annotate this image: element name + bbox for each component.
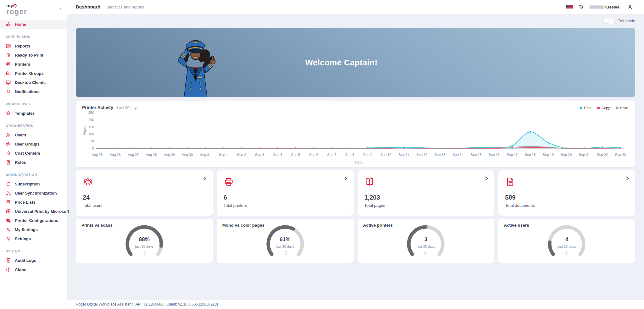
chart-title: Printer Activity [82, 105, 113, 110]
stat-value: 589 [505, 194, 628, 201]
svg-text:Sep 6: Sep 6 [309, 153, 318, 157]
myq-roger-logo[interactable]: myQ roger [6, 3, 27, 15]
sidebar-item-user-groups[interactable]: User Groups [0, 140, 67, 149]
topbar-left: Dashboard Statistics and reports. [76, 4, 146, 10]
username[interactable]: \Bessie [590, 5, 619, 9]
svg-text:Sep 2: Sep 2 [237, 153, 246, 157]
sidebar-item-printer-groups[interactable]: Printer Groups [0, 69, 67, 78]
sidebar-section-title: ADMINISTRATION [0, 167, 67, 179]
chart-legend: Print Copy Scan [580, 106, 628, 110]
gauge-card-active-printers: Active printers 3 last 30 days [358, 219, 495, 263]
stat-value: 1,203 [364, 194, 488, 201]
stat-card-total-users[interactable]: 24 Total users [76, 170, 213, 216]
svg-text:150: 150 [88, 125, 94, 129]
bell-icon[interactable] [578, 4, 584, 10]
users-group-icon [83, 177, 93, 187]
refresh-icon[interactable] [122, 251, 166, 256]
print-series-dot [580, 107, 582, 109]
stat-card-total-documents[interactable]: 589 Total documents [498, 170, 635, 216]
page-subtitle: Statistics and reports. [106, 5, 146, 9]
refresh-icon [6, 181, 11, 187]
svg-text:Pages: Pages [83, 125, 86, 135]
chevron-right-icon[interactable] [484, 176, 489, 181]
chevron-left-icon[interactable]: ‹ [60, 6, 62, 11]
us-flag-icon[interactable] [566, 5, 573, 9]
svg-text:Sep 17: Sep 17 [507, 153, 518, 157]
svg-text:250: 250 [88, 111, 94, 114]
sidebar-item-settings[interactable]: Settings [0, 234, 67, 243]
gauge: 61% last 30 days [263, 225, 307, 257]
sidebar-item-cost-centers[interactable]: Cost Centers [0, 149, 67, 158]
printer-activity-chart: Pages050100150200250Aug 25Aug 26Aug 27Au… [82, 108, 629, 168]
user-menu-button[interactable] [625, 2, 635, 12]
gauge-value: 61% [263, 236, 307, 243]
sidebar-item-label: Printers [15, 62, 30, 67]
sidebar-item-price-lists[interactable]: Price Lists [0, 198, 67, 207]
printer-activity-card: Printer Activity Last 30 days Print Copy… [76, 101, 635, 167]
page-title: Dashboard [76, 4, 100, 9]
svg-text:Sep 16: Sep 16 [489, 153, 500, 157]
svg-text:Sep 22: Sep 22 [597, 153, 608, 157]
stat-card-total-printers[interactable]: 6 Total printers [217, 170, 354, 216]
person-icon [627, 4, 633, 10]
gauge-value: 4 [545, 236, 589, 243]
sidebar-item-printers[interactable]: Printers [0, 60, 67, 69]
svg-text:Sep 5: Sep 5 [291, 153, 300, 157]
sidebar-item-users[interactable]: Users [0, 130, 67, 140]
sidebar-item-home[interactable]: Home [0, 20, 67, 29]
sidebar-item-roles[interactable]: Roles [0, 158, 67, 167]
svg-text:Sep 12: Sep 12 [416, 153, 427, 157]
sidebar-item-label: Audit Logs [15, 258, 36, 263]
sidebar: myQ roger ‹ HomeSUPERVISIONReportsReady … [0, 0, 67, 309]
gauge: 88% last 30 days [122, 225, 166, 257]
sidebar-section-title: SUPERVISION [0, 29, 67, 41]
svg-text:Aug 26: Aug 26 [110, 153, 121, 157]
footer-version-text[interactable]: Roger Digital Workplace Assistant | API:… [76, 302, 218, 306]
gauge: 4 last 30 days [545, 225, 589, 257]
refresh-icon[interactable] [545, 251, 589, 256]
chevron-right-icon[interactable] [343, 176, 348, 181]
chart-subtitle: Last 30 days [117, 106, 138, 110]
sidebar-item-user-synchronization[interactable]: User Synchronization [0, 189, 67, 198]
sidebar-item-reports[interactable]: Reports [0, 41, 67, 51]
svg-text:Sep 20: Sep 20 [561, 153, 572, 157]
sidebar-section-title: SYSTEM [0, 243, 67, 256]
home-icon [6, 151, 11, 156]
bell-icon [6, 89, 11, 94]
sidebar-item-label: About [15, 267, 27, 272]
sidebar-item-printer-configurations[interactable]: Printer Configurations [0, 216, 67, 225]
refresh-icon[interactable] [404, 251, 448, 256]
sidebar-item-ready-to-print[interactable]: Ready To Print [0, 51, 67, 60]
sidebar-item-templates[interactable]: Templates [0, 109, 67, 118]
sidebar-item-about[interactable]: About [0, 265, 67, 274]
sidebar-item-my-settings[interactable]: My Settings [0, 225, 67, 234]
logo-myq: myQ [6, 3, 27, 8]
sidebar-item-label: Price Lists [15, 200, 36, 205]
svg-text:Sep 7: Sep 7 [327, 153, 336, 157]
sidebar-item-desktop-clients[interactable]: Desktop Clients [0, 78, 67, 87]
sidebar-item-subscription[interactable]: Subscription [0, 179, 67, 189]
legend-item-copy[interactable]: Copy [597, 106, 610, 110]
content: Edit mode [67, 14, 644, 299]
sidebar-item-label: Printer Configurations [15, 218, 58, 223]
sidebar-item-label: Ready To Print [15, 53, 43, 58]
chevron-right-icon[interactable] [203, 176, 207, 181]
toggle-knob [604, 19, 609, 24]
users-icon [6, 132, 11, 138]
sidebar-item-notifications[interactable]: Notifications [0, 87, 67, 96]
legend-item-scan[interactable]: Scan [616, 106, 628, 110]
svg-text:Aug 25: Aug 25 [92, 153, 103, 157]
sidebar-section-title: WORKFLOWS [0, 96, 67, 109]
chevron-right-icon[interactable] [625, 176, 630, 181]
sidebar-item-universal-print-by-microsoft[interactable]: Universal Print by Microsoft [0, 207, 67, 216]
svg-text:0: 0 [92, 146, 94, 150]
edit-mode-toggle[interactable] [603, 18, 615, 24]
svg-text:Aug 27: Aug 27 [128, 153, 139, 157]
audit-log-icon [6, 258, 11, 263]
sidebar-item-label: Universal Print by Microsoft [15, 209, 69, 214]
refresh-icon[interactable] [263, 251, 307, 256]
stat-card-total-pages[interactable]: 1,203 Total pages [358, 170, 495, 216]
sidebar-item-audit-logs[interactable]: Audit Logs [0, 256, 67, 265]
legend-item-print[interactable]: Print [580, 106, 591, 110]
stat-label: Total printers [224, 203, 347, 208]
